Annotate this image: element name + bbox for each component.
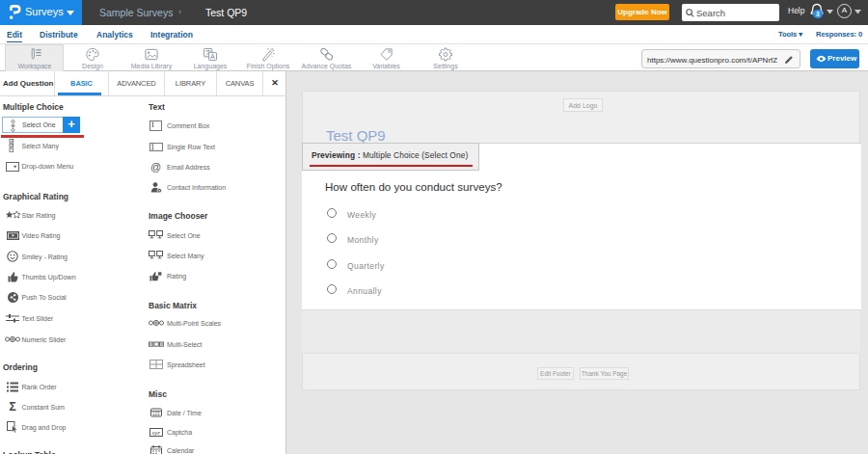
svg-text:123: 123 bbox=[152, 412, 160, 416]
svg-text:xyz: xyz bbox=[150, 429, 160, 435]
